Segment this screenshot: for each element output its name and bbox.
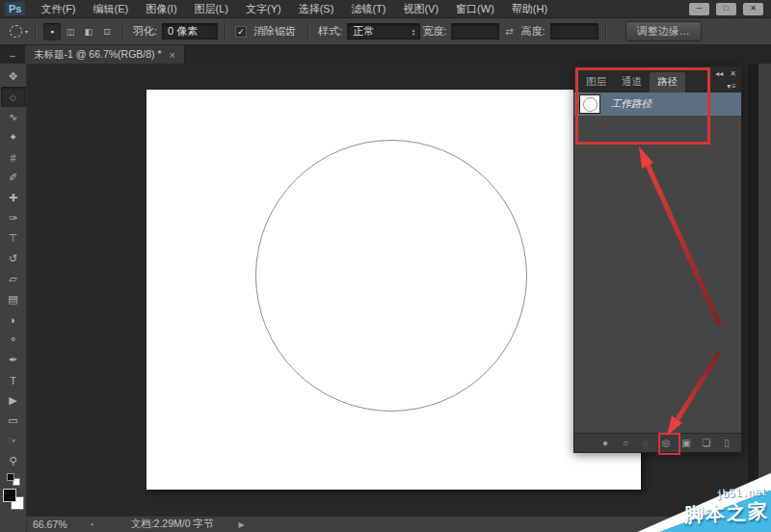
style-value: 正常 <box>353 24 374 39</box>
panel-menu-icon[interactable]: ▾≡ <box>727 82 737 91</box>
fill-path-button[interactable]: ● <box>599 438 611 448</box>
layer-menu[interactable]: 图层(L) <box>186 0 237 17</box>
make-work-path-button[interactable]: ◎ <box>660 438 672 448</box>
feather-input[interactable]: 0 像素 <box>162 23 218 40</box>
layers-tab[interactable]: 图层 <box>578 72 614 93</box>
add-mask-button[interactable]: ▣ <box>680 438 692 448</box>
selection-mode-buttons: ▪ ◫ ◧ ⊡ <box>43 23 116 40</box>
panel-bottom-bar: ● ○ ◌ ◎ ▣ ❏ ▯ <box>574 433 741 452</box>
type-tool[interactable]: T <box>1 370 26 390</box>
new-selection-button[interactable]: ▪ <box>43 23 61 40</box>
default-colors-icon[interactable] <box>7 473 20 486</box>
status-bar: 66.67% ◔ 文档:2.29M/0 字节 ▶ <box>27 516 771 532</box>
dropdown-arrows-icon: ▴▾ <box>412 28 415 36</box>
tool-icon: ✐ <box>9 172 17 184</box>
tab-close-icon[interactable]: × <box>170 49 175 61</box>
style-label: 样式: <box>318 24 342 39</box>
clone-stamp-tool[interactable]: ⊤ <box>1 228 26 249</box>
tool-icon: ✚ <box>9 192 17 204</box>
height-label: 高度: <box>521 24 545 39</box>
maximize-button[interactable]: □ <box>716 3 736 15</box>
eraser-tool[interactable]: ▱ <box>1 269 26 289</box>
dodge-tool[interactable]: ⚬ <box>1 330 26 350</box>
panel-header-icons: ◂◂ ✕ <box>715 69 736 78</box>
tool-icon: ∿ <box>9 111 17 123</box>
tool-icon: ✑ <box>9 212 17 225</box>
brush-tool[interactable]: ✑ <box>1 208 26 228</box>
tool-icon: # <box>10 152 15 164</box>
subtract-from-selection-button[interactable]: ◧ <box>80 23 97 40</box>
add-to-selection-button[interactable]: ◫ <box>62 23 79 40</box>
elliptical-marquee-tool[interactable]: ◌ <box>1 87 26 107</box>
scrollbar-groove[interactable] <box>748 64 758 516</box>
status-circle-icon: ◔ <box>89 519 94 530</box>
tool-icon: ✥ <box>9 70 17 83</box>
image-menu[interactable]: 图像(I) <box>137 0 185 17</box>
path-thumbnail <box>579 94 600 114</box>
photoshop-window: Ps 文件(F) 编辑(E) 图像(I) 图层(L) 文字(Y) 选择(S) 滤… <box>0 0 771 532</box>
type-menu[interactable]: 文字(Y) <box>237 0 290 17</box>
select-menu[interactable]: 选择(S) <box>290 0 343 17</box>
tool-preset-picker[interactable]: ▾ <box>10 25 28 38</box>
intersect-selection-button[interactable]: ⊡ <box>98 23 116 40</box>
status-expand-arrow-icon[interactable]: ▶ <box>238 520 244 529</box>
foreground-background-swatches[interactable] <box>3 489 24 510</box>
window-controls: ─ □ ✕ <box>689 3 763 15</box>
width-label: 宽度: <box>422 24 446 39</box>
paths-tab[interactable]: 路径 <box>650 72 685 93</box>
style-select[interactable]: 正常 ▴▾ <box>347 23 420 40</box>
blur-tool[interactable]: ◗ <box>1 309 26 330</box>
tool-icon: ⚲ <box>9 455 16 467</box>
foreground-color-swatch[interactable] <box>3 489 16 502</box>
document-canvas[interactable] <box>146 90 641 490</box>
history-brush-tool[interactable]: ↺ <box>1 249 26 269</box>
healing-brush-tool[interactable]: ✚ <box>1 188 26 208</box>
zoom-tool[interactable]: ⚲ <box>1 451 26 471</box>
document-tab[interactable]: 未标题-1 @ 66.7%(RGB/8) * × <box>25 45 185 64</box>
window-menu[interactable]: 窗口(W) <box>447 0 503 17</box>
menu-items: 文件(F) 编辑(E) 图像(I) 图层(L) 文字(Y) 选择(S) 滤镜(T… <box>32 0 556 17</box>
gradient-tool[interactable]: ▤ <box>1 289 26 309</box>
minimize-button[interactable]: ─ <box>689 3 709 15</box>
height-input[interactable] <box>550 23 598 40</box>
paths-panel: 图层 通道 路径 ◂◂ ✕ ▾≡ 工作路径 ● ○ ◌ <box>573 66 742 453</box>
close-button[interactable]: ✕ <box>743 3 763 15</box>
hand-tool[interactable]: ☞ <box>1 431 26 451</box>
refine-edge-button[interactable]: 调整边缘… <box>625 21 702 41</box>
help-menu[interactable]: 帮助(H) <box>503 0 556 17</box>
tool-icon: ▱ <box>9 273 16 285</box>
edit-menu[interactable]: 编辑(E) <box>85 0 138 17</box>
antialias-checkbox[interactable]: ✓ <box>235 26 247 38</box>
stroke-path-button[interactable]: ○ <box>620 438 631 448</box>
move-tool[interactable]: ✥ <box>1 66 26 87</box>
view-menu[interactable]: 视图(V) <box>394 0 447 17</box>
rectangle-tool[interactable]: ▭ <box>1 411 26 431</box>
path-selection-tool[interactable]: ▶ <box>1 390 26 411</box>
pen-tool[interactable]: ✒ <box>1 350 26 370</box>
tool-icon: ↺ <box>9 253 17 265</box>
delete-path-button[interactable]: ▯ <box>721 438 732 448</box>
crop-tool[interactable]: # <box>1 147 26 168</box>
tool-icon: T <box>10 375 16 386</box>
zoom-level-field[interactable]: 66.67% <box>33 519 67 530</box>
link-dimensions-icon[interactable]: ⇄ <box>505 26 513 37</box>
work-path-row[interactable]: 工作路径 <box>574 93 741 116</box>
quick-selection-tool[interactable]: ✦ <box>1 127 26 147</box>
close-panel-icon[interactable]: ✕ <box>730 69 736 78</box>
tab-arrows-icon[interactable]: ↔ <box>0 45 25 64</box>
ps-logo: Ps <box>5 2 25 15</box>
new-path-button[interactable]: ❏ <box>701 438 712 448</box>
collapse-panel-icon[interactable]: ◂◂ <box>715 69 723 78</box>
filter-menu[interactable]: 滤镜(T) <box>342 0 394 17</box>
file-menu[interactable]: 文件(F) <box>32 0 84 17</box>
ellipse-marquee-icon <box>10 25 22 38</box>
eyedropper-tool[interactable]: ✐ <box>1 168 26 188</box>
lasso-tool[interactable]: ∿ <box>1 107 26 127</box>
path-thumbnail-circle <box>583 97 598 112</box>
circle-path-outline <box>255 140 527 412</box>
document-tab-bar: ↔ 未标题-1 @ 66.7%(RGB/8) * × <box>0 45 771 64</box>
load-path-as-selection-button[interactable]: ◌ <box>640 438 651 448</box>
channels-tab[interactable]: 通道 <box>614 72 650 93</box>
tool-icon: ▤ <box>8 293 17 306</box>
width-input[interactable] <box>451 23 499 40</box>
